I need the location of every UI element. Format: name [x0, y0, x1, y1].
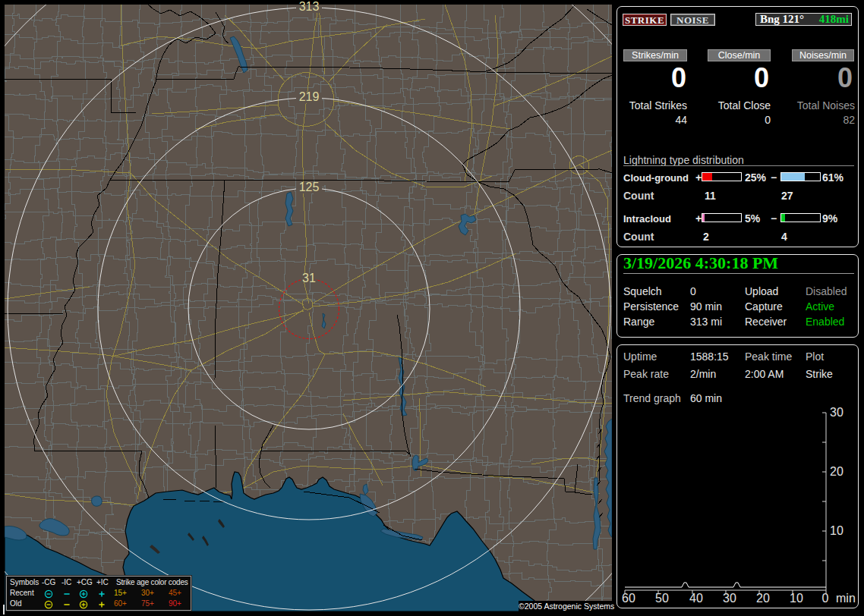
svg-text:min: min	[836, 592, 856, 605]
svg-text:20: 20	[756, 592, 770, 605]
svg-text:219: 219	[299, 90, 320, 103]
svg-text:0: 0	[822, 592, 829, 605]
svg-text:31: 31	[302, 272, 316, 284]
svg-text:30: 30	[830, 407, 844, 419]
svg-text:40: 40	[689, 592, 703, 605]
svg-text:10: 10	[830, 524, 844, 537]
svg-text:50: 50	[655, 592, 669, 605]
svg-text:30: 30	[723, 592, 736, 605]
svg-text:20: 20	[830, 465, 844, 478]
svg-text:313: 313	[299, 0, 320, 13]
svg-text:60: 60	[622, 592, 635, 605]
svg-text:125: 125	[299, 181, 320, 193]
svg-text:10: 10	[790, 592, 803, 605]
